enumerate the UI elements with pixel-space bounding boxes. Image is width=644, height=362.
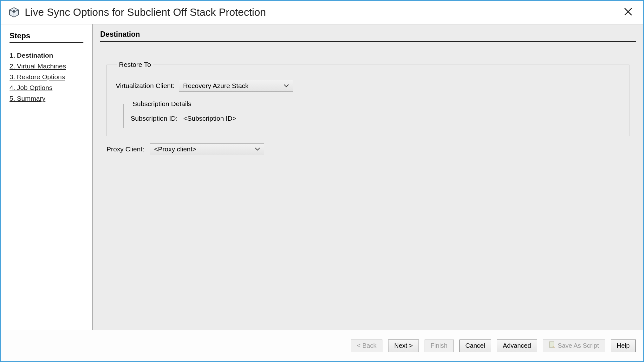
subscription-id-value: <Subscription ID> bbox=[183, 115, 236, 122]
chevron-down-icon bbox=[255, 148, 260, 151]
steps-heading: Steps bbox=[10, 31, 83, 43]
step-summary[interactable]: 5. Summary bbox=[10, 95, 83, 102]
step-virtual-machines[interactable]: 2. Virtual Machines bbox=[10, 62, 83, 70]
restore-to-group: Restore To Virtualization Client: Recove… bbox=[107, 61, 629, 136]
steps-sidebar: Steps 1. Destination 2. Virtual Machines… bbox=[1, 24, 93, 330]
app-icon bbox=[8, 7, 20, 18]
page-title: Destination bbox=[100, 30, 636, 42]
virtualization-client-row: Virtualization Client: Recovery Azure St… bbox=[116, 80, 620, 92]
save-as-script-button: Save As Script bbox=[543, 340, 605, 352]
help-button[interactable]: Help bbox=[611, 340, 636, 352]
finish-button: Finish bbox=[425, 340, 454, 352]
dialog-footer: < Back Next > Finish Cancel Advanced Sav… bbox=[1, 330, 643, 361]
proxy-client-row: Proxy Client: <Proxy client> bbox=[107, 143, 629, 155]
chevron-down-icon bbox=[284, 84, 289, 87]
dialog-title: Live Sync Options for Subclient Off Stac… bbox=[25, 6, 621, 18]
main-panel: Destination Restore To Virtualization Cl… bbox=[93, 24, 643, 330]
next-button[interactable]: Next > bbox=[388, 340, 419, 352]
virtualization-client-label: Virtualization Client: bbox=[116, 82, 174, 90]
proxy-client-value: <Proxy client> bbox=[154, 145, 196, 153]
subscription-id-row: Subscription ID: <Subscription ID> bbox=[131, 115, 613, 122]
step-destination[interactable]: 1. Destination bbox=[10, 52, 83, 59]
proxy-client-label: Proxy Client: bbox=[107, 145, 144, 153]
titlebar: Live Sync Options for Subclient Off Stac… bbox=[1, 1, 643, 24]
back-button: < Back bbox=[351, 340, 383, 352]
dialog-window: Live Sync Options for Subclient Off Stac… bbox=[0, 0, 644, 362]
dialog-body: Steps 1. Destination 2. Virtual Machines… bbox=[1, 24, 643, 330]
virtualization-client-value: Recovery Azure Stack bbox=[183, 82, 249, 90]
advanced-button[interactable]: Advanced bbox=[497, 340, 537, 352]
restore-to-legend: Restore To bbox=[117, 61, 153, 68]
subscription-details-group: Subscription Details Subscription ID: <S… bbox=[123, 100, 620, 128]
save-as-script-label: Save As Script bbox=[558, 342, 599, 349]
svg-point-2 bbox=[13, 10, 15, 13]
script-icon bbox=[549, 341, 555, 350]
subscription-id-label: Subscription ID: bbox=[131, 115, 178, 122]
step-job-options[interactable]: 4. Job Options bbox=[10, 84, 83, 92]
virtualization-client-select[interactable]: Recovery Azure Stack bbox=[179, 80, 293, 92]
subscription-details-legend: Subscription Details bbox=[131, 100, 193, 108]
close-icon[interactable] bbox=[621, 5, 636, 19]
cancel-button[interactable]: Cancel bbox=[459, 340, 491, 352]
proxy-client-select[interactable]: <Proxy client> bbox=[150, 143, 264, 155]
step-restore-options[interactable]: 3. Restore Options bbox=[10, 73, 83, 81]
